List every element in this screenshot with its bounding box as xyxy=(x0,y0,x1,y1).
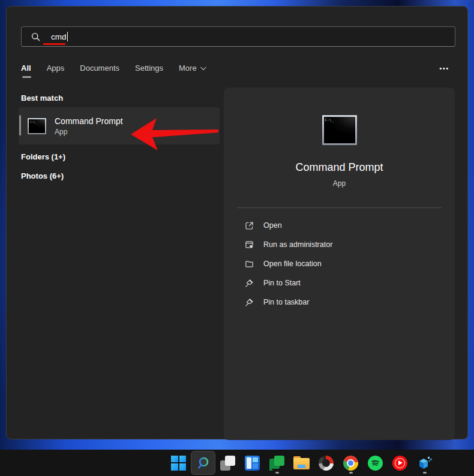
taskbar-items xyxy=(166,451,437,475)
tab-all-label: All xyxy=(21,64,31,73)
chevron-down-icon xyxy=(200,64,206,70)
start-button[interactable] xyxy=(166,451,191,475)
search-icon xyxy=(196,456,211,471)
annotation-red-underline xyxy=(43,43,65,45)
widgets-button[interactable] xyxy=(240,451,265,475)
running-indicator xyxy=(423,472,427,474)
widgets-icon xyxy=(245,456,260,471)
action-pin-to-taskbar-label: Pin to taskbar xyxy=(263,298,309,306)
more-options-button[interactable]: ••• xyxy=(439,65,449,72)
tab-settings-label: Settings xyxy=(135,64,163,73)
file-explorer-button[interactable] xyxy=(289,451,314,475)
action-pin-to-start-label: Pin to Start xyxy=(263,279,301,287)
action-pin-to-start[interactable]: Pin to Start xyxy=(224,273,455,293)
file-explorer-icon xyxy=(293,456,310,469)
chrome-icon xyxy=(343,456,358,471)
search-button[interactable] xyxy=(191,451,215,475)
preview-pane: C:\_ Command Prompt App Open Run as admi… xyxy=(224,88,455,440)
result-title: Command Prompt xyxy=(55,116,123,126)
dev-home-icon xyxy=(417,455,433,471)
pin-icon xyxy=(245,279,254,288)
chat-icon xyxy=(269,456,284,471)
youtube-music-button[interactable] xyxy=(388,451,412,475)
tab-documents[interactable]: Documents xyxy=(80,64,119,78)
annotation-red-arrow xyxy=(125,116,221,154)
preview-subtitle: App xyxy=(333,179,346,188)
windows-logo-icon xyxy=(171,456,186,471)
search-query-text: cmd xyxy=(51,32,67,41)
command-prompt-icon: C:\_ xyxy=(28,118,46,134)
spotify-button[interactable] xyxy=(363,451,388,475)
chrome-button[interactable] xyxy=(338,451,363,475)
scrollbar-thumb[interactable] xyxy=(19,115,21,135)
best-match-header: Best match xyxy=(21,94,63,103)
pin-icon xyxy=(245,298,254,307)
section-folders[interactable]: Folders (1+) xyxy=(21,152,65,161)
search-input[interactable]: cmd xyxy=(21,26,455,47)
tab-more[interactable]: More xyxy=(179,64,205,78)
action-open[interactable]: Open xyxy=(224,216,455,235)
action-pin-to-taskbar[interactable]: Pin to taskbar xyxy=(224,293,455,312)
running-indicator xyxy=(349,472,353,474)
search-filter-tabs: All Apps Documents Settings More xyxy=(21,64,205,78)
result-subtitle: App xyxy=(55,128,123,136)
running-indicator xyxy=(275,472,279,474)
action-run-as-administrator[interactable]: Run as administrator xyxy=(224,235,455,254)
preview-title: Command Prompt xyxy=(295,161,383,174)
chat-button[interactable] xyxy=(265,451,289,475)
dev-home-button[interactable] xyxy=(412,451,437,475)
text-caret xyxy=(67,32,68,41)
tab-all[interactable]: All xyxy=(21,64,31,78)
command-prompt-icon-text: C:\_ xyxy=(30,120,37,123)
action-open-file-location[interactable]: Open file location xyxy=(224,254,455,273)
run-as-admin-icon xyxy=(245,240,254,249)
ring-app-button[interactable] xyxy=(314,451,338,475)
command-prompt-icon-large: C:\_ xyxy=(322,115,357,145)
youtube-music-icon xyxy=(392,456,407,471)
command-prompt-icon-text: C:\_ xyxy=(325,118,334,122)
tab-selected-indicator xyxy=(22,76,31,78)
tab-more-label: More xyxy=(179,64,197,73)
ring-app-icon xyxy=(319,456,334,471)
tab-apps-label: Apps xyxy=(47,64,65,73)
action-list: Open Run as administrator Open file loca… xyxy=(224,216,455,312)
search-icon xyxy=(31,32,41,42)
task-view-button[interactable] xyxy=(215,451,240,475)
action-run-as-administrator-label: Run as administrator xyxy=(263,240,332,249)
action-open-file-location-label: Open file location xyxy=(263,260,322,268)
open-file-location-icon xyxy=(245,260,254,269)
search-flyout-panel: cmd All Apps Documents Settings More •••… xyxy=(6,6,468,439)
spotify-icon xyxy=(368,456,383,471)
tab-documents-label: Documents xyxy=(80,64,119,73)
task-view-icon xyxy=(220,456,235,471)
taskbar xyxy=(0,450,474,476)
tab-apps[interactable]: Apps xyxy=(47,64,65,78)
open-icon xyxy=(245,221,254,230)
tab-settings[interactable]: Settings xyxy=(135,64,163,78)
action-open-label: Open xyxy=(263,221,282,230)
section-photos[interactable]: Photos (6+) xyxy=(21,171,64,180)
divider xyxy=(237,207,442,208)
